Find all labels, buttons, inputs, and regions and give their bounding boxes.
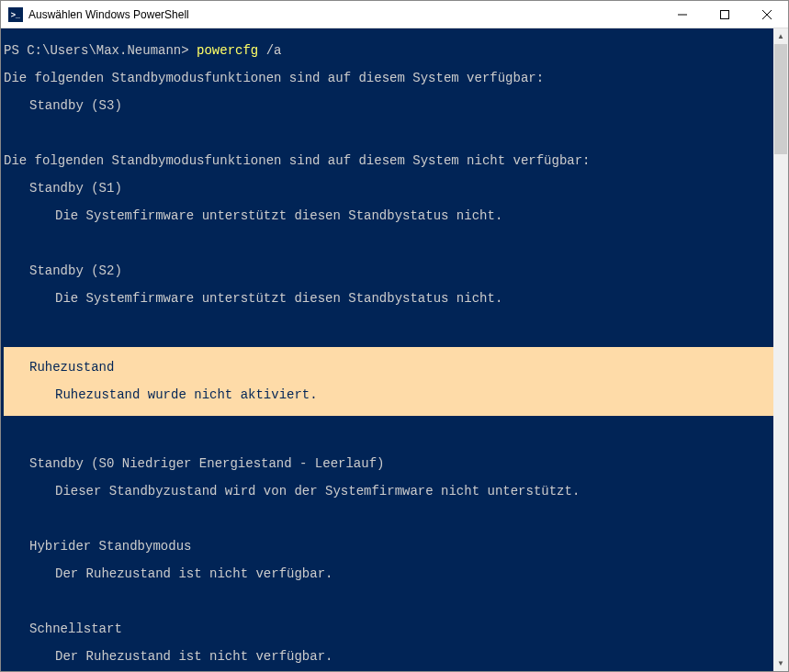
output-blank xyxy=(4,430,773,443)
vertical-scrollbar[interactable]: ▲ ▼ xyxy=(773,28,788,671)
output-line: Der Ruhezustand ist nicht verfügbar. xyxy=(4,650,773,664)
output-line: Ruhezustand wurde nicht aktiviert. xyxy=(4,388,773,402)
output-blank xyxy=(4,595,773,609)
output-blank xyxy=(4,237,773,251)
prompt-text: PS C:\Users\Max.Neumann> xyxy=(4,43,197,58)
scroll-down-arrow-icon[interactable]: ▼ xyxy=(773,655,788,671)
close-button[interactable] xyxy=(746,1,788,28)
window-title: Auswählen Windows PowerShell xyxy=(28,8,661,21)
scroll-up-arrow-icon[interactable]: ▲ xyxy=(773,28,788,44)
output-line: Standby (S1) xyxy=(4,182,773,196)
terminal-area[interactable]: PS C:\Users\Max.Neumann> powercfg /a Die… xyxy=(1,28,773,671)
output-line: Die Systemfirmware unterstützt diesen St… xyxy=(4,209,773,223)
prompt-line: PS C:\Users\Max.Neumann> powercfg /a xyxy=(4,44,773,58)
maximize-button[interactable] xyxy=(704,1,746,28)
scrollbar-thumb[interactable] xyxy=(774,44,787,154)
output-line: Die folgenden Standbymodusfunktionen sin… xyxy=(4,72,773,85)
output-line: Standby (S2) xyxy=(4,264,773,278)
output-line: Die folgenden Standbymodusfunktionen sin… xyxy=(4,154,773,168)
app-icon-glyph: >_ xyxy=(11,10,20,19)
command-arg: /a xyxy=(266,43,282,58)
terminal-wrapper: PS C:\Users\Max.Neumann> powercfg /a Die… xyxy=(1,28,788,671)
output-line: Hybrider Standbymodus xyxy=(4,540,773,554)
output-line: Schnellstart xyxy=(4,622,773,636)
output-blank xyxy=(4,512,773,526)
output-line: Der Ruhezustand ist nicht verfügbar. xyxy=(4,567,773,581)
output-blank xyxy=(4,127,773,140)
window-titlebar[interactable]: >_ Auswählen Windows PowerShell xyxy=(1,1,788,28)
output-line: Ruhezustand xyxy=(4,361,773,375)
output-line: Standby (S0 Niedriger Energiestand - Lee… xyxy=(4,457,773,471)
window-controls xyxy=(661,1,788,28)
output-line: Dieser Standbyzustand wird von der Syste… xyxy=(4,485,773,498)
command-text: powercfg xyxy=(197,43,266,58)
svg-rect-1 xyxy=(721,10,729,18)
output-blank xyxy=(4,319,773,333)
output-line: Die Systemfirmware unterstützt diesen St… xyxy=(4,292,773,306)
output-line: Standby (S3) xyxy=(4,99,773,113)
minimize-button[interactable] xyxy=(661,1,704,28)
selected-text-block: Ruhezustand Ruhezustand wurde nicht akti… xyxy=(4,347,773,416)
app-icon: >_ xyxy=(8,7,23,22)
